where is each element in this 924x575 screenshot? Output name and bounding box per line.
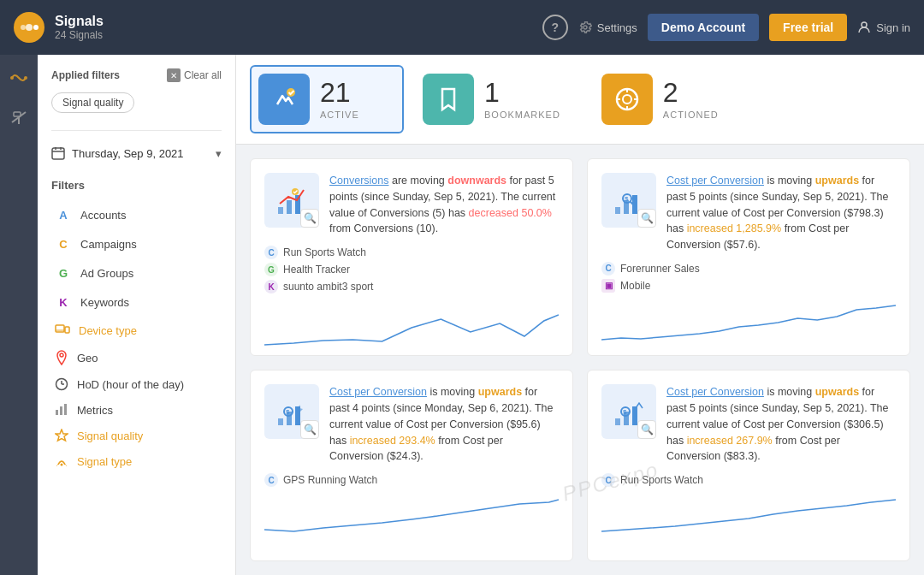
stat-icon-active <box>258 74 310 125</box>
stat-icon-actioned <box>601 74 653 125</box>
filter-icon-geo <box>55 350 68 365</box>
svg-rect-35 <box>615 207 620 214</box>
stat-label-bookmarked: Bookmarked <box>484 110 560 120</box>
card-2-tags: C Forerunner Sales ▣ Mobile <box>601 262 896 293</box>
filter-label-signal-type: Signal type <box>77 455 132 468</box>
filter-icon-device-type <box>55 323 70 338</box>
filter-item-hod[interactable]: HoD (hour of the day) <box>51 371 222 397</box>
card-2-metric-link[interactable]: Cost per Conversion <box>666 175 764 187</box>
clear-all-label: Clear all <box>184 69 222 81</box>
date-label: Thursday, Sep 9, 2021 <box>72 147 184 160</box>
card-1-magnify-button[interactable]: 🔍 <box>300 209 319 228</box>
svg-rect-13 <box>56 325 64 332</box>
free-trial-button[interactable]: Free trial <box>769 14 847 41</box>
applied-filters-label: Applied filters <box>51 69 120 81</box>
svg-rect-21 <box>60 406 62 415</box>
card-2-chart <box>601 301 896 353</box>
settings-label: Settings <box>597 21 637 34</box>
card-3-text: Cost per Conversion is moving upwards fo… <box>329 384 559 465</box>
filter-item-keywords[interactable]: K Keywords <box>51 288 222 317</box>
card-3-magnify-button[interactable]: 🔍 <box>300 420 319 439</box>
stat-label-active: Active <box>320 110 359 120</box>
stat-label-actioned: Actioned <box>663 110 719 120</box>
filter-item-signal-type[interactable]: Signal type <box>51 448 222 474</box>
card-4-metric-link[interactable]: Cost per Conversion <box>666 386 764 398</box>
settings-button[interactable]: Settings <box>578 21 637 34</box>
applied-filters-bar: Applied filters ✕ Clear all <box>51 68 222 82</box>
svg-text:$: $ <box>623 408 627 416</box>
date-picker[interactable]: Thursday, Sep 9, 2021 ▾ <box>51 141 222 165</box>
card-4-icon-wrap: $ 🔍 <box>601 384 656 439</box>
card-2-icon-wrap: $ 🔍 <box>601 173 656 228</box>
card-3-icon-wrap: $ 🔍 <box>264 384 319 439</box>
filter-item-ad-groups[interactable]: G Ad Groups <box>51 258 222 288</box>
stat-card-actioned[interactable]: 2 Actioned <box>593 65 747 133</box>
filter-label-campaigns: Campaigns <box>80 238 137 251</box>
filter-label-metrics: Metrics <box>77 404 113 417</box>
app-logo <box>14 12 44 43</box>
nav-icon-telescope[interactable] <box>10 109 27 130</box>
stat-card-active[interactable]: 21 Active <box>250 65 404 133</box>
cards-grid: PPCexpo <box>236 145 924 575</box>
stats-bar: 21 Active 1 Bookmarked <box>236 55 924 145</box>
svg-point-1 <box>26 24 33 31</box>
app-title-group: Signals 24 Signals <box>55 14 104 41</box>
card-2-top: $ 🔍 Cost per Conversion is moving upward… <box>601 173 896 253</box>
svg-point-3 <box>862 22 867 27</box>
filter-item-accounts[interactable]: A Accounts <box>51 200 222 229</box>
filter-label-geo: Geo <box>77 352 98 365</box>
signal-quality-tag[interactable]: Signal quality <box>51 92 134 113</box>
card-4-top: $ 🔍 Cost per Conversion is moving upward… <box>601 384 896 465</box>
card-4-tag-1: C Run Sports Watch <box>601 473 896 487</box>
card-2-tag-1: C Forerunner Sales <box>601 262 896 276</box>
svg-text:$: $ <box>625 195 629 203</box>
card-4-tags: C Run Sports Watch <box>601 473 896 487</box>
date-arrow-icon: ▾ <box>216 147 222 160</box>
stat-info-active: 21 Active <box>320 79 359 120</box>
svg-rect-46 <box>615 418 620 425</box>
tag-letter-k: K <box>264 280 278 293</box>
filter-item-signal-quality[interactable]: Signal quality <box>51 423 222 448</box>
filter-label-device-type: Device type <box>79 324 137 337</box>
help-button[interactable]: ? <box>542 15 568 40</box>
card-4-magnify-button[interactable]: 🔍 <box>637 420 656 439</box>
clear-all-button[interactable]: ✕ Clear all <box>167 68 222 82</box>
filter-icon-accounts: A <box>55 206 72 223</box>
main-layout: Applied filters ✕ Clear all Signal quali… <box>0 55 924 575</box>
stat-number-actioned: 2 <box>663 79 719 106</box>
stat-card-bookmarked[interactable]: 1 Bookmarked <box>414 65 583 133</box>
card-3-tags: C GPS Running Watch <box>264 473 559 487</box>
card-4-text: Cost per Conversion is moving upwards fo… <box>666 384 896 465</box>
filter-icon-signal-quality <box>55 429 68 442</box>
card-1-metric-link[interactable]: Conversions <box>329 175 388 187</box>
svg-rect-41 <box>278 418 283 425</box>
filter-label-signal-quality: Signal quality <box>77 430 143 442</box>
svg-text:$: $ <box>286 408 290 416</box>
filter-label-ad-groups: Ad Groups <box>80 267 133 280</box>
tag-letter-c4: C <box>601 473 615 487</box>
svg-point-2 <box>33 25 38 30</box>
stat-info-actioned: 2 Actioned <box>663 79 719 120</box>
icon-bar <box>0 55 38 575</box>
filter-icon-hod <box>55 377 68 391</box>
tag-letter-c2: C <box>601 262 615 276</box>
svg-rect-8 <box>14 112 21 116</box>
signal-card-3: $ 🔍 Cost per Conversion is moving upward… <box>250 370 573 561</box>
card-3-metric-link[interactable]: Cost per Conversion <box>329 386 427 398</box>
filter-icon-keywords: K <box>55 293 72 311</box>
filter-item-metrics[interactable]: Metrics <box>51 397 222 423</box>
filter-item-device-type[interactable]: Device type <box>51 317 222 344</box>
card-1-tag-2: G Health Tracker <box>264 263 559 276</box>
demo-account-button[interactable]: Demo Account <box>648 14 759 41</box>
filter-item-campaigns[interactable]: C Campaigns <box>51 229 222 258</box>
svg-point-4 <box>10 76 14 80</box>
card-2-magnify-button[interactable]: 🔍 <box>637 209 656 228</box>
filter-item-geo[interactable]: Geo <box>51 344 222 371</box>
svg-point-16 <box>60 353 63 357</box>
nav-icon-signal[interactable] <box>9 68 28 92</box>
svg-point-0 <box>21 25 26 30</box>
signin-button[interactable]: Sign in <box>857 21 910 34</box>
filter-label-accounts: Accounts <box>80 209 126 222</box>
card-3-top: $ 🔍 Cost per Conversion is moving upward… <box>264 384 559 465</box>
card-1-icon-wrap: 🔍 <box>264 173 319 228</box>
